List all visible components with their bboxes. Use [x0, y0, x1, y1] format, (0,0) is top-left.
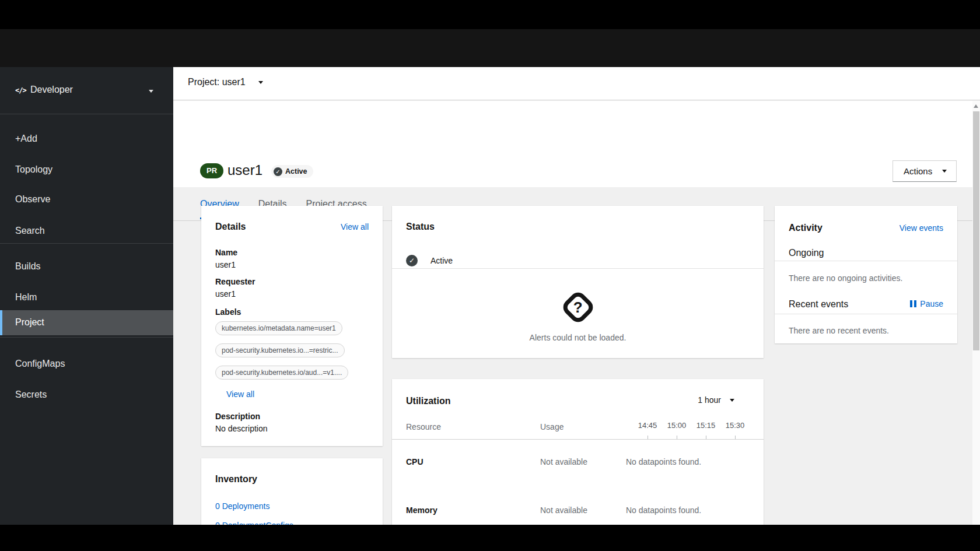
chevron-down-icon	[942, 170, 947, 173]
letterbox-top	[0, 0, 980, 29]
unknown-question-icon: ?	[559, 289, 596, 325]
label-chip: pod-security.kubernetes.io...=restric...	[215, 343, 345, 357]
sidebar-item-search[interactable]: Search	[0, 219, 173, 243]
perspective-switcher[interactable]: </> Developer	[0, 79, 173, 104]
alerts-message: Alerts could not be loaded.	[530, 333, 626, 342]
recent-events-label: Recent events	[789, 299, 848, 310]
scroll-up-icon[interactable]	[974, 104, 978, 108]
chevron-down-icon	[730, 399, 734, 402]
letterbox-bottom	[0, 525, 980, 551]
sidebar-item-configmaps[interactable]: ConfigMaps	[0, 352, 173, 376]
usage-column-header: Usage	[540, 422, 564, 431]
project-topbar: Project: user1	[173, 67, 980, 100]
status-badge: ✓ Active	[271, 165, 313, 178]
axis-tick	[735, 436, 736, 439]
labels-label: Labels	[215, 307, 369, 317]
actions-label: Actions	[904, 166, 932, 176]
requester-value: user1	[215, 289, 369, 299]
duration-value: 1 hour	[698, 395, 721, 405]
memory-usage: Not available	[540, 506, 587, 515]
divider	[392, 439, 764, 440]
sidebar-item-add[interactable]: +Add	[0, 127, 173, 151]
details-view-all-link[interactable]: View all	[341, 222, 369, 231]
divider	[0, 114, 173, 114]
status-value: Active	[430, 256, 453, 265]
page-title: user1	[228, 162, 262, 178]
pause-events-button[interactable]: Pause	[910, 299, 943, 308]
alerts-section: ? Alerts could not be loaded.	[392, 268, 764, 358]
sidebar-item-project[interactable]: Project	[0, 310, 173, 335]
ongoing-empty-message: There are no ongoing activities.	[789, 273, 902, 283]
axis-tick	[706, 436, 706, 439]
chevron-down-icon	[149, 90, 153, 93]
main-content: Project: user1 PR user1 ✓ Active Actions…	[173, 67, 980, 525]
memory-row-label: Memory	[406, 506, 438, 515]
scrollbar-thumb[interactable]	[973, 111, 979, 350]
time-tick-label: 15:30	[720, 421, 750, 430]
inventory-card-title: Inventory	[215, 472, 369, 486]
actions-dropdown-button[interactable]: Actions	[892, 160, 957, 182]
divider	[0, 243, 173, 244]
labels-view-all-link[interactable]: View all	[226, 389, 254, 399]
pause-label: Pause	[920, 299, 943, 308]
inventory-deployments-link[interactable]: 0 Deployments	[215, 501, 270, 511]
chevron-down-icon	[258, 81, 263, 84]
sidebar-item-helm[interactable]: Helm	[0, 285, 173, 310]
description-value: No description	[215, 423, 369, 434]
status-badge-label: Active	[285, 167, 307, 176]
time-tick-label: 14:45	[633, 421, 662, 430]
status-card-title: Status	[406, 220, 750, 234]
details-card: Details View all Name user1 Requester us…	[201, 206, 383, 446]
inventory-card: Inventory 0 Deployments 0 DeploymentConf…	[201, 458, 383, 525]
inventory-deploymentconfigs-link[interactable]: 0 DeploymentConfigs	[215, 521, 293, 525]
divider	[775, 314, 957, 314]
duration-dropdown[interactable]: 1 hour	[698, 395, 734, 405]
resource-column-header: Resource	[406, 422, 441, 431]
sidebar-item-topology[interactable]: Topology	[0, 157, 173, 182]
project-selector-label: Project: user1	[188, 77, 246, 87]
memory-datapoints: No datapoints found.	[626, 506, 701, 515]
activity-card: Activity View events Ongoing There are n…	[775, 206, 957, 343]
name-value: user1	[215, 259, 369, 270]
status-card: Status ✓ Active ? Alerts could not be lo…	[392, 206, 764, 358]
utilization-card: Utilization 1 hour Resource Usage 14:45 …	[392, 379, 764, 525]
project-selector-dropdown[interactable]: Project: user1	[188, 77, 263, 87]
masthead: Red Hat OpenShift + ? user1	[0, 29, 980, 67]
requester-label: Requester	[215, 276, 369, 287]
code-icon: </>	[15, 86, 26, 94]
activity-card-title: Activity	[789, 221, 822, 235]
project-resource-badge: PR	[200, 163, 223, 178]
label-chip: pod-security.kubernetes.io/aud...=v1....	[215, 366, 348, 380]
details-card-title: Details	[215, 220, 246, 234]
divider	[0, 337, 173, 338]
ongoing-label: Ongoing	[789, 248, 824, 258]
name-label: Name	[215, 247, 369, 258]
sidebar: </> Developer +Add Topology Observe Sear…	[0, 67, 173, 525]
view-events-link[interactable]: View events	[900, 223, 943, 233]
vertical-scrollbar[interactable]	[972, 101, 980, 525]
sidebar-item-builds[interactable]: Builds	[0, 254, 173, 279]
utilization-card-title: Utilization	[406, 394, 450, 408]
pause-icon	[910, 300, 916, 307]
time-axis: 14:45 15:00 15:15 15:30	[633, 421, 750, 430]
time-tick-label: 15:00	[662, 421, 691, 430]
axis-tick	[677, 436, 677, 439]
label-chip: kubernetes.io/metadata.name=user1	[215, 321, 342, 335]
divider	[775, 261, 957, 261]
sidebar-item-observe[interactable]: Observe	[0, 187, 173, 212]
check-circle-icon: ✓	[274, 167, 282, 176]
time-tick-label: 15:15	[691, 421, 720, 430]
check-circle-icon: ✓	[406, 255, 418, 266]
project-header: PR user1 ✓ Active Actions Overview Detai…	[173, 101, 980, 187]
axis-tick	[648, 436, 648, 439]
openshift-console: Red Hat OpenShift + ? user1 </> Develope…	[0, 0, 980, 551]
description-label: Description	[215, 411, 369, 422]
recent-empty-message: There are no recent events.	[789, 326, 889, 335]
sidebar-item-secrets[interactable]: Secrets	[0, 382, 173, 407]
perspective-label: Developer	[30, 85, 73, 95]
cpu-datapoints: No datapoints found.	[626, 457, 701, 466]
cpu-row-label: CPU	[406, 457, 424, 466]
cpu-usage: Not available	[540, 457, 587, 466]
